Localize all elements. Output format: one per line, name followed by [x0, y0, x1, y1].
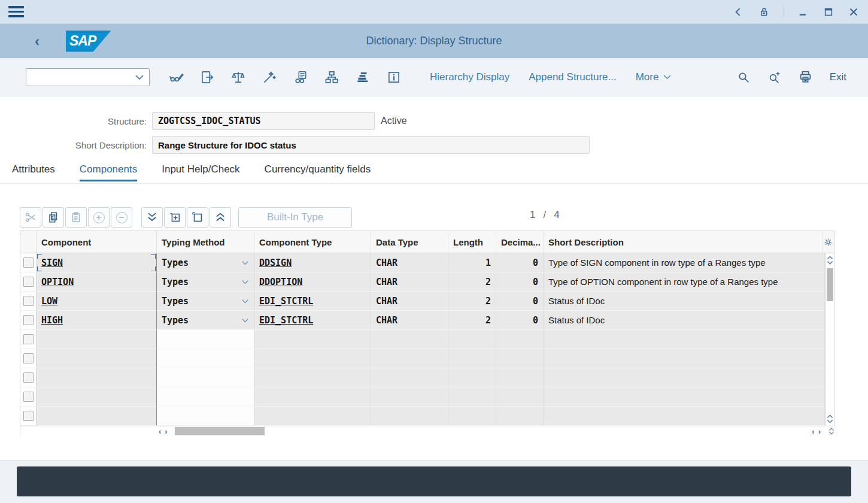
component-link[interactable]: OPTION: [41, 277, 74, 287]
scroll-left-icon[interactable]: ‹: [812, 427, 814, 436]
component-type-link[interactable]: EDI_STCTRL: [259, 296, 313, 307]
scroll-down-icon[interactable]: [827, 419, 833, 423]
component-type-link[interactable]: DDOPTION: [259, 277, 302, 287]
hierarchy-display-button[interactable]: Hierarchy Display: [423, 66, 517, 88]
add-icon[interactable]: +: [88, 207, 110, 228]
scroll-up-icon[interactable]: [827, 256, 833, 260]
table-header: Component Typing Method Component Type D…: [20, 231, 834, 253]
insert-row-icon[interactable]: [164, 207, 186, 228]
row-checkbox[interactable]: [23, 411, 34, 421]
search-plus-icon[interactable]: [759, 65, 790, 89]
display-change-icon[interactable]: [160, 65, 192, 89]
header-length[interactable]: Length: [448, 231, 496, 253]
copy-object-icon[interactable]: [192, 65, 223, 89]
page-title: Dictionary: Display Structure: [0, 35, 868, 47]
tab-components[interactable]: Components: [80, 161, 137, 181]
maximize-icon[interactable]: [823, 6, 834, 18]
row-checkbox[interactable]: [23, 334, 34, 344]
search-icon[interactable]: [728, 65, 759, 89]
tab-currency-quantity-fields[interactable]: Currency/quantity fields: [265, 161, 371, 181]
typing-method-dropdown[interactable]: Types: [157, 292, 254, 311]
scroll-down-icon[interactable]: [828, 431, 834, 435]
data-type-cell: CHAR: [376, 315, 397, 326]
minimize-icon[interactable]: [797, 6, 809, 18]
remove-icon[interactable]: −: [111, 207, 132, 228]
structure-value: ZOGTCSS_IDOC_STATUS: [158, 116, 261, 126]
short-description-field[interactable]: Range Structure for IDOC status: [152, 136, 590, 154]
check-icon[interactable]: [223, 65, 254, 89]
expand-all-icon[interactable]: [141, 207, 163, 228]
menu-icon[interactable]: [8, 5, 26, 19]
hierarchy-icon[interactable]: [316, 65, 347, 89]
window-titlebar: [0, 0, 868, 24]
header-data-type[interactable]: Data Type: [371, 231, 448, 253]
gear-icon[interactable]: [823, 231, 833, 253]
table-row: HIGH Types EDI_STCTRL CHAR 2 0 Status of…: [20, 311, 825, 330]
header-short-description[interactable]: Short Description: [544, 231, 823, 253]
print-icon[interactable]: [790, 65, 821, 89]
built-in-type-button[interactable]: Built-In Type: [238, 207, 352, 228]
header-component-type[interactable]: Component Type: [254, 231, 371, 253]
row-checkbox[interactable]: [23, 277, 34, 287]
info-icon[interactable]: [378, 65, 409, 89]
row-checkbox[interactable]: [23, 257, 34, 268]
append-structure-button[interactable]: Append Structure...: [521, 66, 623, 88]
typing-method-value: Types: [162, 296, 189, 307]
component-type-link[interactable]: EDI_STCTRL: [259, 315, 313, 326]
tab-attributes[interactable]: Attributes: [12, 161, 55, 181]
table-row: SIGN Types DDSIGN CHAR 1 0 Type of SIGN …: [20, 253, 825, 272]
row-position-current: 1: [530, 209, 536, 221]
where-used-icon[interactable]: [285, 65, 316, 89]
exit-button[interactable]: Exit: [821, 66, 855, 88]
row-checkbox[interactable]: [23, 372, 34, 383]
length-cell: 2: [485, 315, 491, 326]
more-button[interactable]: More: [629, 66, 679, 88]
scroll-left-icon[interactable]: ‹: [159, 427, 161, 436]
scroll-right-icon[interactable]: ›: [818, 427, 821, 436]
horizontal-scroll-thumb[interactable]: [175, 427, 265, 435]
vertical-scroll-thumb[interactable]: [827, 268, 833, 301]
scroll-up-icon[interactable]: [827, 414, 833, 419]
cut-icon[interactable]: [20, 207, 41, 228]
session-back-icon[interactable]: [732, 6, 744, 18]
structure-field[interactable]: ZOGTCSS_IDOC_STATUS: [152, 112, 375, 130]
scroll-right-icon[interactable]: ›: [165, 427, 167, 436]
length-cell: 2: [485, 277, 491, 287]
chevron-down-icon: [663, 74, 672, 80]
typing-method-dropdown[interactable]: Types: [157, 311, 254, 330]
command-field[interactable]: [26, 68, 150, 86]
header-component[interactable]: Component: [37, 231, 157, 253]
titlebar-divider: [784, 5, 784, 19]
vertical-scrollbar[interactable]: [825, 253, 834, 426]
row-position-total: 4: [554, 209, 560, 221]
typing-method-dropdown[interactable]: Types: [157, 272, 254, 292]
header-typing-method[interactable]: Typing Method: [157, 231, 254, 253]
collapse-all-icon[interactable]: [210, 207, 231, 228]
row-checkbox[interactable]: [23, 296, 34, 306]
paste-icon[interactable]: [65, 207, 87, 228]
row-checkbox[interactable]: [23, 392, 34, 402]
copy-icon[interactable]: [43, 207, 64, 228]
scroll-down-icon[interactable]: [827, 260, 833, 265]
header-decimals[interactable]: Decima...: [496, 231, 544, 253]
typing-method-dropdown[interactable]: Types: [157, 253, 254, 272]
tab-input-help-check[interactable]: Input Help/Check: [162, 161, 239, 181]
data-type-cell: CHAR: [376, 257, 397, 268]
component-type-link[interactable]: DDSIGN: [259, 257, 292, 268]
table-row: OPTION Types DDOPTION CHAR 2 0 Type of O…: [20, 272, 825, 292]
lock-open-icon[interactable]: [757, 5, 770, 19]
component-link[interactable]: LOW: [41, 296, 57, 307]
header-select-column: [20, 231, 37, 253]
length-cell: 1: [485, 257, 491, 268]
close-icon[interactable]: [848, 6, 860, 18]
activate-icon[interactable]: [254, 65, 285, 89]
horizontal-scrollbar[interactable]: ‹ › ‹ ›: [20, 426, 835, 436]
row-checkbox[interactable]: [23, 315, 34, 325]
delete-row-icon[interactable]: [187, 207, 208, 228]
component-link[interactable]: SIGN: [41, 257, 63, 268]
structure-label: Structure:: [59, 116, 147, 126]
row-position-separator: /: [543, 209, 547, 221]
row-checkbox[interactable]: [23, 353, 34, 363]
component-link[interactable]: HIGH: [41, 315, 63, 326]
db-utility-icon[interactable]: [347, 65, 378, 89]
